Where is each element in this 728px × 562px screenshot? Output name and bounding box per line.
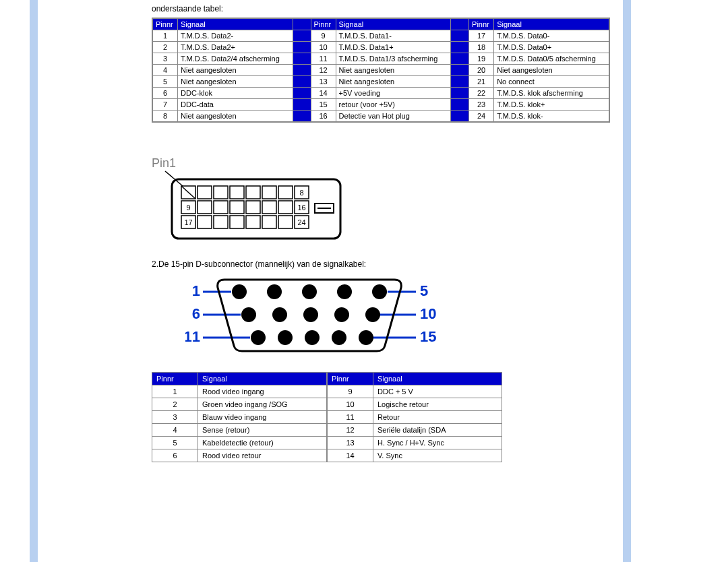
signal-name: T.M.D.S. klok- (494, 111, 609, 122)
pin-number: 22 (469, 88, 494, 99)
signal-name: T.M.D.S. klok+ (494, 99, 609, 111)
pin-number: 11 (328, 411, 373, 424)
svg-text:15: 15 (420, 328, 436, 345)
pin-number: 10 (311, 42, 336, 53)
table-row: 3Blauw video ingang (152, 411, 327, 424)
svg-rect-24 (214, 216, 228, 228)
pin-number: 17 (469, 30, 494, 42)
spacer (451, 76, 469, 88)
table-row: 4Sense (retour) (152, 424, 327, 437)
col-pin-header: Pinnr (311, 19, 336, 30)
col-pin-header: Pinnr (153, 19, 178, 30)
svg-point-47 (302, 284, 317, 299)
svg-rect-5 (230, 186, 244, 199)
signal-name: T.M.D.S. Data0- (494, 30, 609, 42)
table-row: 13H. Sync / H+V. Sync (328, 437, 502, 449)
signal-name: T.M.D.S. Data1/3 afscherming (336, 53, 451, 65)
pin-number: 9 (311, 30, 336, 42)
table-row: 5Kabeldetectie (retour) (152, 437, 327, 449)
pin-number: 14 (311, 88, 336, 99)
table-row: 9DDC + 5 V (328, 385, 502, 398)
svg-rect-25 (230, 216, 244, 228)
signal-name: Seriële datalijn (SDA (373, 424, 502, 437)
col-signal-header: Signaal (336, 19, 451, 30)
pin-number: 3 (152, 411, 198, 424)
right-margin-stripe (623, 0, 631, 562)
spacer (451, 99, 469, 111)
spacer (293, 19, 311, 30)
signal-name: DDC + 5 V (373, 385, 502, 398)
signal-name: T.M.D.S. Data1- (336, 30, 451, 42)
svg-point-59 (359, 330, 373, 345)
spacer (293, 65, 311, 76)
vga-pin-tables: Pinnr Signaal 1Rood video ingang2Groen v… (152, 372, 502, 462)
pin-number: 20 (469, 65, 494, 76)
table-row: 3T.M.D.S. Data2/4 afscherming11T.M.D.S. … (153, 53, 609, 65)
col-pin-header: Pinnr (469, 19, 494, 30)
signal-name: Rood video retour (198, 449, 327, 462)
signal-name: T.M.D.S. klok afscherming (494, 88, 609, 99)
signal-name: +5V voeding (336, 88, 451, 99)
table-row: 6Rood video retour (152, 449, 327, 462)
table-row: 12Seriële datalijn (SDA (328, 424, 502, 437)
svg-rect-7 (262, 186, 276, 199)
left-margin-stripe (30, 0, 38, 562)
signal-name: H. Sync / H+V. Sync (373, 437, 502, 449)
pin-number: 14 (328, 449, 373, 462)
signal-name: Kabeldetectie (retour) (198, 437, 327, 449)
signal-name: DDC-klok (178, 88, 293, 99)
spacer (293, 76, 311, 88)
table-row: 7DDC-data15retour (voor +5V)23T.M.D.S. k… (153, 99, 609, 111)
col-pin-header: Pinnr (328, 373, 373, 385)
svg-point-51 (272, 307, 287, 322)
signal-name: No connect (494, 76, 609, 88)
col-signal-header: Signaal (198, 373, 327, 385)
signal-name: T.M.D.S. Data0/5 afscherming (494, 53, 609, 65)
svg-point-56 (278, 330, 293, 345)
signal-name: T.M.D.S. Data0+ (494, 42, 609, 53)
svg-text:5: 5 (420, 282, 428, 299)
pin-number: 13 (328, 437, 373, 449)
table-row: 2T.M.D.S. Data2+10T.M.D.S. Data1+18T.M.D… (153, 42, 609, 53)
vga-connector-diagram: 1 6 11 5 10 15 (185, 276, 610, 358)
spacer (293, 42, 311, 53)
signal-name: Niet aangesloten (336, 76, 451, 88)
pin-number: 5 (152, 437, 198, 449)
pin-number: 12 (328, 424, 373, 437)
signal-name: Blauw video ingang (198, 411, 327, 424)
svg-text:10: 10 (420, 305, 436, 322)
svg-rect-4 (214, 186, 228, 199)
col-pin-header: Pinnr (152, 373, 198, 385)
dvi-pin-table: Pinnr Signaal Pinnr Signaal Pinnr Signaa… (152, 18, 610, 123)
svg-rect-18 (278, 201, 293, 214)
svg-text:24: 24 (297, 218, 305, 226)
spacer (451, 53, 469, 65)
pin-number: 8 (153, 111, 178, 122)
pin-number: 16 (311, 111, 336, 122)
svg-text:11: 11 (185, 328, 200, 345)
pin-number: 6 (152, 449, 198, 462)
table-row: 1Rood video ingang (152, 385, 327, 398)
svg-rect-6 (246, 186, 260, 199)
pin1-label: Pin1 (152, 156, 176, 170)
table-row: 8Niet aangesloten16Detectie van Hot plug… (153, 111, 609, 122)
svg-text:9: 9 (186, 204, 190, 212)
svg-text:8: 8 (299, 189, 303, 197)
signal-name: Niet aangesloten (178, 111, 293, 122)
pin-number: 10 (328, 398, 373, 411)
svg-rect-23 (198, 216, 212, 228)
pin-number: 4 (152, 424, 198, 437)
table-row: 6DDC-klok14+5V voeding22T.M.D.S. klok af… (153, 88, 609, 99)
svg-rect-14 (214, 201, 228, 214)
table-row: 14V. Sync (328, 449, 502, 462)
dvi-connector-diagram: Pin1 89161724 (152, 156, 610, 246)
signal-name: T.M.D.S. Data2/4 afscherming (178, 53, 293, 65)
svg-rect-27 (262, 216, 276, 228)
svg-rect-16 (246, 201, 260, 214)
pin-number: 12 (311, 65, 336, 76)
svg-point-58 (332, 330, 346, 345)
pin-number: 2 (153, 42, 178, 53)
spacer (451, 111, 469, 122)
pin-number: 13 (311, 76, 336, 88)
table-row: 2Groen video ingang /SOG (152, 398, 327, 411)
